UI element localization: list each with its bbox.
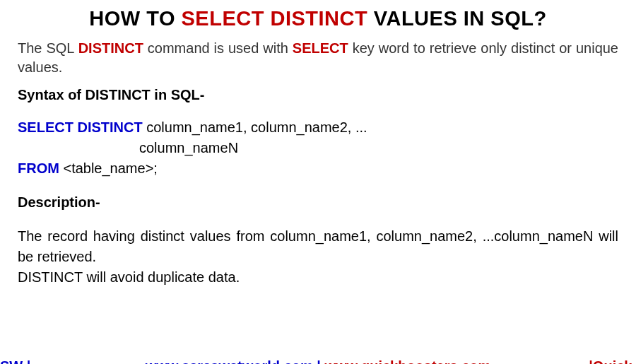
intro-distinct: DISTINCT <box>78 40 143 56</box>
syntax-line3: FROM <table_name>; <box>18 158 618 179</box>
description-line1: The record having distinct values from c… <box>18 226 618 267</box>
syntax-cols1: column_name1, column_name2, ... <box>143 119 367 135</box>
description-line2: DISTINCT will avoid duplicate data. <box>18 267 618 288</box>
syntax-line2: column_nameN <box>18 138 618 158</box>
syntax-line1: SELECT DISTINCT column_name1, column_nam… <box>18 117 618 138</box>
footer-right: |Quick. <box>589 358 636 364</box>
page-title: HOW TO SELECT DISTINCT VALUES IN SQL? <box>18 7 618 30</box>
title-highlight: SELECT DISTINCT <box>182 7 368 30</box>
intro-p3: command is used with <box>143 40 293 56</box>
syntax-table: <table_name>; <box>59 160 158 176</box>
footer-center: www.saraswatworld.com | www.quickbooster… <box>0 358 636 364</box>
footer-url-2: www.quickboosters.com <box>324 358 490 364</box>
syntax-cols2: column_nameN <box>139 138 238 158</box>
description-heading: Description- <box>18 194 618 211</box>
description-body: The record having distinct values from c… <box>18 226 618 288</box>
intro-select: SELECT <box>293 40 348 56</box>
syntax-block: SELECT DISTINCT column_name1, column_nam… <box>18 117 618 179</box>
keyword-from: FROM <box>18 160 59 176</box>
title-part3: VALUES IN SQL? <box>367 7 546 30</box>
footer-url-1: www.saraswatworld.com | <box>146 358 325 364</box>
keyword-select-distinct: SELECT DISTINCT <box>18 119 143 135</box>
intro-p1: The SQL <box>18 40 78 56</box>
syntax-heading: Syntax of DISTINCT in SQL- <box>18 87 618 103</box>
title-part1: HOW TO <box>89 7 181 30</box>
intro-paragraph: The SQL DISTINCT command is used with SE… <box>18 39 618 77</box>
